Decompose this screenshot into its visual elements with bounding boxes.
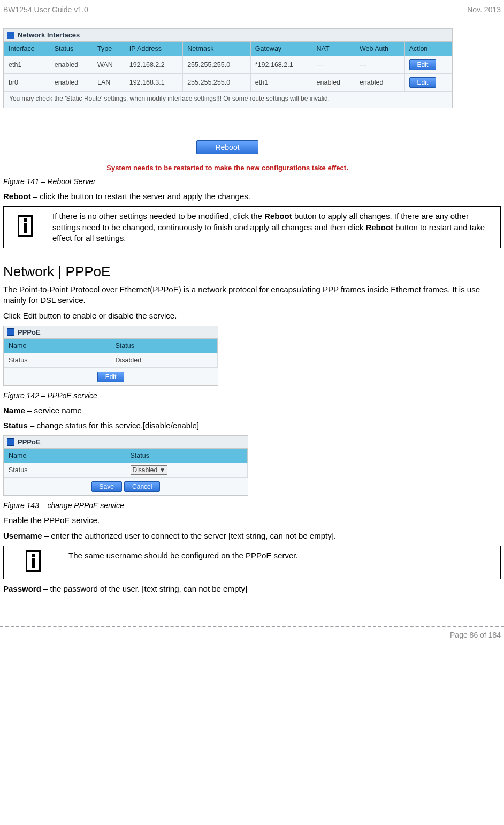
cell: LAN — [93, 74, 125, 92]
term: Reboot — [3, 192, 31, 201]
figure-caption: Figure 143 – change PPPoE service — [3, 501, 501, 510]
cell: enabled — [50, 74, 93, 92]
paragraph: Enable the PPPoE service. — [3, 515, 501, 526]
term-desc: – click the button to restart the server… — [31, 192, 250, 201]
cell: Disabled — [111, 353, 218, 367]
page-footer: Page 86 of 184 — [0, 626, 504, 649]
term: Username — [3, 531, 42, 540]
pppoe-table: Name Status Status Disabled — [4, 338, 218, 368]
cell: enabled — [312, 74, 355, 92]
paragraph: Status – change status for this service.… — [3, 420, 501, 431]
col-status: Status — [50, 42, 93, 56]
t: Reboot — [264, 211, 292, 221]
col-interface: Interface — [4, 42, 50, 56]
select-value: Disabled — [133, 466, 158, 474]
term-desc: – change status for this service.[disabl… — [28, 421, 199, 430]
term: Name — [3, 406, 25, 415]
reboot-block: Reboot System needs to be restarted to m… — [3, 140, 452, 172]
paragraph: Click Edit button to enable or disable t… — [3, 311, 501, 321]
term: Password — [3, 584, 41, 593]
cell-action: Edit — [404, 74, 452, 92]
t: Reboot — [365, 223, 393, 232]
col-gateway: Gateway — [250, 42, 312, 56]
doc-date: Nov. 2013 — [467, 5, 501, 14]
table-row: eth1 enabled WAN 192.168.2.2 255.255.255… — [4, 56, 452, 74]
reboot-button[interactable]: Reboot — [196, 140, 258, 154]
chevron-down-icon: ▼ — [159, 466, 166, 474]
note-text: If there is no other settings needed to … — [47, 207, 501, 248]
network-interfaces-panel: Network Interfaces Interface Status Type… — [3, 28, 453, 108]
col-ip: IP Address — [125, 42, 182, 56]
col-webauth: Web Auth — [355, 42, 404, 56]
paragraph: Reboot – click the button to restart the… — [3, 191, 501, 202]
col-netmask: Netmask — [183, 42, 251, 56]
pppoe-panel-view: PPPoE Name Status Status Disabled Edit — [3, 326, 218, 386]
section-heading: Network | PPPoE — [3, 263, 501, 280]
cell: WAN — [93, 56, 125, 74]
info-note: The same username should be configured o… — [3, 546, 501, 579]
col-type: Type — [93, 42, 125, 56]
cell: 255.255.255.0 — [183, 56, 251, 74]
figure-caption: Figure 142 – PPPoE service — [3, 391, 501, 400]
term-desc: – enter the authorized user to connect t… — [42, 531, 336, 540]
col-nat: NAT — [312, 42, 355, 56]
cell: eth1 — [4, 56, 50, 74]
panel-title-text: Network Interfaces — [18, 31, 80, 39]
term-desc: – service name — [25, 406, 82, 415]
paragraph: The Point-to-Point Protocol over Etherne… — [3, 284, 501, 306]
interfaces-table: Interface Status Type IP Address Netmask… — [4, 41, 452, 92]
t: If there is no other settings needed to … — [52, 211, 264, 221]
pppoe-panel-edit: PPPoE Name Status Status Disabled ▼ Save… — [3, 435, 248, 496]
term: Status — [3, 421, 28, 430]
status-select[interactable]: Disabled ▼ — [131, 465, 168, 475]
term-desc: – the password of the user. [text string… — [41, 584, 247, 593]
reboot-message: System needs to be restarted to make the… — [3, 164, 452, 172]
figure-caption: Figure 141 – Reboot Server — [3, 177, 501, 186]
panel-footnote: You may check the 'Static Route' setting… — [4, 92, 452, 108]
note-text: The same username should be configured o… — [63, 546, 501, 579]
col-action: Action — [404, 42, 452, 56]
cell: --- — [355, 56, 404, 74]
col-status: Status — [111, 338, 218, 353]
cell: *192.168.2.1 — [250, 56, 312, 74]
pppoe-edit-table: Name Status Status Disabled ▼ — [4, 448, 248, 478]
table-row: br0 enabled LAN 192.168.3.1 255.255.255.… — [4, 74, 452, 92]
info-note: If there is no other settings needed to … — [3, 206, 501, 248]
cell: --- — [312, 56, 355, 74]
panel-icon — [7, 32, 14, 39]
col-name: Name — [4, 338, 111, 353]
info-icon — [26, 550, 41, 572]
edit-button[interactable]: Edit — [97, 372, 125, 382]
cell: 255.255.255.0 — [183, 74, 251, 92]
table-row: Status Disabled — [4, 353, 218, 367]
cell: enabled — [355, 74, 404, 92]
cell: Status — [4, 463, 126, 478]
panel-icon — [7, 328, 14, 336]
edit-button[interactable]: Edit — [409, 59, 437, 70]
cell: enabled — [50, 56, 93, 74]
cell: 192.168.2.2 — [125, 56, 182, 74]
edit-button[interactable]: Edit — [409, 77, 437, 88]
cell: Disabled ▼ — [126, 463, 248, 478]
doc-title: BW1254 User Guide v1.0 — [3, 5, 88, 14]
paragraph: Password – the password of the user. [te… — [3, 584, 501, 594]
save-button[interactable]: Save — [91, 481, 122, 492]
info-icon — [18, 215, 33, 237]
cell-action: Edit — [404, 56, 452, 74]
panel-title-text: PPPoE — [18, 438, 41, 446]
panel-icon — [7, 438, 14, 446]
col-name: Name — [4, 449, 126, 463]
cell: Status — [4, 353, 111, 367]
col-status: Status — [126, 449, 248, 463]
cell: 192.168.3.1 — [125, 74, 182, 92]
paragraph: Username – enter the authorized user to … — [3, 531, 501, 541]
cell: br0 — [4, 74, 50, 92]
cancel-button[interactable]: Cancel — [124, 481, 160, 492]
cell: eth1 — [250, 74, 312, 92]
paragraph: Name – service name — [3, 405, 501, 416]
panel-title-text: PPPoE — [18, 328, 41, 336]
table-row: Status Disabled ▼ — [4, 463, 248, 478]
